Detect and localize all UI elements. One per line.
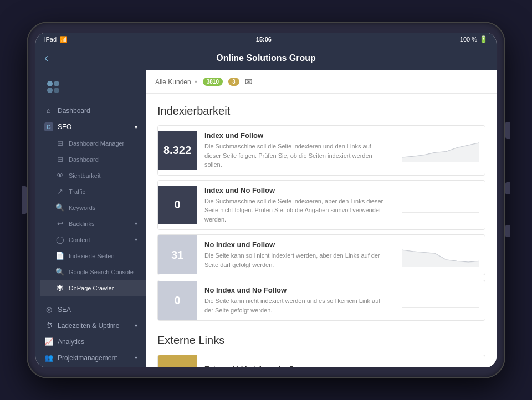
chevron-ladezeiten-icon: ▾ [135,322,137,329]
home-icon: ⌂ [44,106,53,115]
card-chart-index-nofollow [396,188,485,222]
sidebar-item-kundencenter[interactable]: 🤝 Kundencenter ▾ [35,366,146,367]
svg-point-2 [47,88,53,93]
card-body-noindex-nofollow: No Index und No Follow Die Seite kann ni… [197,280,396,320]
sidebar-item-sea[interactable]: ◎ SEA [35,301,146,317]
sidebar-label-dashboard-manager: Dashboard Manager [69,140,124,147]
status-time: 15:06 [256,36,272,43]
analytics-icon: 📈 [44,337,53,346]
sidebar-label-google-search-console: Google Search Console [69,269,134,275]
status-left: iPad 📶 [44,36,68,43]
backlinks-icon: ↩ [55,219,64,228]
chevron-down-icon: ▾ [135,124,137,130]
card-number-ext-4xx: 456 [158,355,197,367]
sea-icon: ◎ [44,305,53,314]
card-chart-index-follow [396,134,485,167]
sidebar-label-traffic: Traffic [69,188,85,195]
svg-point-3 [54,88,59,93]
card-desc-index-nofollow: Die Suchmaschine soll die Seite indexier… [204,197,388,224]
sidebar-item-dashboard-sub[interactable]: ⊟ Dashboard [40,151,146,167]
card-title-index-nofollow: Index und No Follow [204,186,388,194]
mail-icon[interactable]: ✉ [245,76,252,87]
sidebar-item-google-search-console[interactable]: 🔍 Google Search Console [40,264,146,280]
card-ext-4xx: 456 Externe Url hat 4xx oder 5xx Ein aus… [157,355,485,367]
card-body-noindex-follow: No Index und Follow Die Seite kann soll … [197,235,396,275]
card-noindex-follow: 31 No Index und Follow Die Seite kann so… [157,234,485,275]
sidebar-item-sichtbarkeit[interactable]: 👁 Sichtbarkeit [40,167,146,183]
chevron-content-icon: ▾ [135,237,137,243]
indexierte-seiten-icon: 📄 [55,252,64,260]
card-number-index-follow: 8.322 [158,131,197,170]
sidebar: ⌂ Dashboard G SEO ▾ ⊞ Dashboard Manager [35,70,146,367]
card-index-follow: 8.322 Index und Follow Die Suchmaschine … [157,125,485,176]
sidebar-item-keywords[interactable]: 🔍 Keywords [40,199,146,216]
back-button[interactable]: ‹ [44,51,48,65]
sidebar-label-indexierte-seiten: Indexierte Seiten [69,253,115,259]
sidebar-item-onpage-crawler[interactable]: 🕷 OnPage Crawler [40,280,146,296]
sidebar-label-onpage-crawler: OnPage Crawler [69,285,114,291]
card-chart-noindex-nofollow [396,284,485,317]
dropdown-arrow-icon: ▾ [195,79,197,85]
app-title: Online Solutions Group [216,53,316,63]
card-body-index-nofollow: Index und No Follow Die Suchmaschine sol… [197,181,396,230]
svg-point-1 [54,81,59,86]
card-number-noindex-nofollow: 0 [158,281,197,320]
sidebar-item-dashboard[interactable]: ⌂ Dashboard [35,102,146,119]
content-icon: ◯ [55,235,64,244]
sidebar-label-content: Content [69,237,90,243]
sidebar-label-sichtbarkeit: Sichtbarkeit [69,172,100,179]
sidebar-item-traffic[interactable]: ↗ Traffic [40,183,146,199]
sidebar-item-content[interactable]: ◯ Content ▾ [40,232,146,248]
dashboard-sub-icon: ⊟ [55,155,64,163]
sichtbarkeit-icon: 👁 [55,171,64,180]
sidebar-label-ladezeiten: Ladezeiten & Uptime [58,322,119,330]
sidebar-item-analytics[interactable]: 📈 Analytics [35,334,146,350]
card-chart-ext-4xx [396,358,485,367]
keywords-icon: 🔍 [55,203,64,212]
customer-dropdown[interactable]: Alle Kunden ▾ [155,78,197,86]
svg-marker-4 [402,143,479,162]
status-bar: iPad 📶 15:06 100 % 🔋 [35,33,497,46]
card-index-nofollow: 0 Index und No Follow Die Suchmaschine s… [157,180,485,230]
sidebar-label-keywords: Keywords [69,204,95,211]
sidebar-label-analytics: Analytics [58,338,84,346]
card-body-ext-4xx: Externe Url hat 4xx oder 5xx Ein ausgehe… [197,359,396,367]
sidebar-item-seo[interactable]: G SEO ▾ [35,119,146,135]
status-right: 100 % 🔋 [460,35,488,43]
g-badge: G [44,122,53,131]
card-title-index-follow: Index und Follow [204,131,388,140]
google-search-console-icon: 🔍 [55,268,64,276]
card-desc-index-follow: Die Suchmaschine soll die Seite indexier… [204,142,388,170]
svg-point-0 [47,81,53,86]
section1-title: Indexierbarkeit [157,105,485,117]
projektmanagement-icon: 👥 [44,353,53,362]
sidebar-item-dashboard-manager[interactable]: ⊞ Dashboard Manager [40,135,146,151]
onpage-crawler-icon: 🕷 [55,284,64,292]
sidebar-item-backlinks[interactable]: ↩ Backlinks ▾ [40,216,146,232]
sidebar-sub-seo: ⊞ Dashboard Manager ⊟ Dashboard 👁 Sichtb… [35,135,146,296]
card-body-index-follow: Index und Follow Die Suchmaschine soll d… [197,126,396,175]
sidebar-item-ladezeiten[interactable]: ⏱ Ladezeiten & Uptime ▾ [35,317,146,334]
sidebar-label-seo: SEO [58,123,71,131]
traffic-icon: ↗ [55,187,64,196]
sidebar-label-dashboard-sub: Dashboard [69,156,99,163]
card-desc-noindex-follow: Die Seite kann soll nicht indexiert werd… [204,251,388,269]
card-number-noindex-follow: 31 [158,235,197,274]
sidebar-item-indexierte-seiten[interactable]: 📄 Indexierte Seiten [40,248,146,264]
sidebar-item-projektmanagement[interactable]: 👥 Projektmanagement ▾ [35,350,146,366]
device-label: iPad [44,36,57,43]
badge-green: 3810 [203,78,223,86]
svg-marker-6 [402,250,479,267]
battery-label: 100 % [460,36,477,43]
top-bar: Alle Kunden ▾ 3810 3 ✉ [146,70,497,94]
card-noindex-nofollow: 0 No Index und No Follow Die Seite kann … [157,280,485,321]
sidebar-logo [35,70,146,101]
scroll-content[interactable]: Indexierbarkeit 8.322 Index und Follow D… [146,94,497,367]
card-chart-noindex-follow [396,238,485,271]
wifi-icon: 📶 [60,36,68,43]
sidebar-label-projektmanagement: Projektmanagement [58,354,117,362]
chevron-projekt-icon: ▾ [135,355,137,361]
dashboard-manager-icon: ⊞ [55,139,64,147]
card-number-index-nofollow: 0 [158,186,197,224]
chevron-backlinks-icon: ▾ [135,220,137,227]
